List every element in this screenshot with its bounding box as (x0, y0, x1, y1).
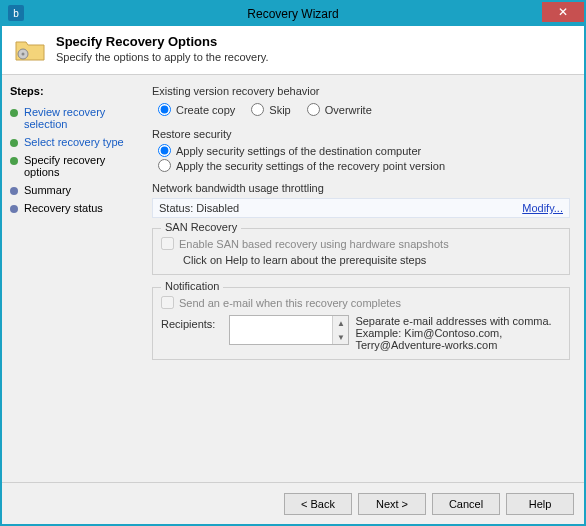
step-summary: Summary (10, 181, 136, 199)
radio-overwrite[interactable]: Overwrite (307, 103, 372, 116)
steps-title: Steps: (10, 85, 136, 97)
radio-security-destination-input[interactable] (158, 144, 171, 157)
throttling-title: Network bandwidth usage throttling (152, 182, 570, 194)
main-panel: Existing version recovery behavior Creat… (144, 75, 584, 482)
restore-security-section: Restore security Apply security settings… (152, 128, 570, 172)
step-bullet-icon (10, 187, 18, 195)
svg-point-1 (22, 53, 25, 56)
step-bullet-icon (10, 109, 18, 117)
san-recovery-group: SAN Recovery Enable SAN based recovery u… (152, 228, 570, 275)
notification-title: Notification (161, 280, 223, 292)
throttling-status: Status: Disabled (159, 202, 239, 214)
recipients-label: Recipients: (161, 315, 223, 330)
body: Steps: Review recovery selection Select … (2, 75, 584, 482)
radio-create-copy[interactable]: Create copy (158, 103, 235, 116)
recipients-scroll: ▲ ▼ (332, 316, 348, 344)
cancel-button[interactable]: Cancel (432, 493, 500, 515)
recipients-hint: Separate e-mail addresses with comma. Ex… (355, 315, 561, 351)
titlebar: b Recovery Wizard ✕ (2, 2, 584, 26)
recipients-row: Recipients: ▲ ▼ Separate e-mail addresse… (161, 315, 561, 351)
modify-throttling-link[interactable]: Modify... (522, 202, 563, 214)
throttling-status-row: Status: Disabled Modify... (152, 198, 570, 218)
step-specify-recovery-options: Specify recovery options (10, 151, 136, 181)
notification-group: Notification Send an e-mail when this re… (152, 287, 570, 360)
version-behavior-title: Existing version recovery behavior (152, 85, 570, 97)
close-button[interactable]: ✕ (542, 2, 584, 22)
header: Specify Recovery Options Specify the opt… (2, 26, 584, 75)
radio-security-recovery-point[interactable]: Apply the security settings of the recov… (158, 159, 564, 172)
recipients-input[interactable]: ▲ ▼ (229, 315, 349, 345)
radio-security-recovery-point-input[interactable] (158, 159, 171, 172)
app-icon: b (8, 5, 24, 21)
send-email-checkbox: Send an e-mail when this recovery comple… (161, 294, 561, 311)
folder-gear-icon (14, 34, 46, 64)
next-button[interactable]: Next > (358, 493, 426, 515)
version-behavior-section: Existing version recovery behavior Creat… (152, 85, 570, 118)
page-subtitle: Specify the options to apply to the reco… (56, 51, 269, 63)
throttling-section: Network bandwidth usage throttling Statu… (152, 182, 570, 218)
window-title: Recovery Wizard (247, 7, 338, 21)
san-hint: Click on Help to learn about the prerequ… (161, 254, 561, 266)
step-bullet-icon (10, 157, 18, 165)
scroll-up-icon[interactable]: ▲ (333, 316, 348, 330)
radio-skip-input[interactable] (251, 103, 264, 116)
help-button[interactable]: Help (506, 493, 574, 515)
restore-security-title: Restore security (152, 128, 570, 140)
close-icon: ✕ (558, 5, 568, 19)
step-bullet-icon (10, 139, 18, 147)
radio-overwrite-input[interactable] (307, 103, 320, 116)
back-button[interactable]: < Back (284, 493, 352, 515)
san-enable-checkbox: Enable SAN based recovery using hardware… (161, 235, 561, 252)
send-email-checkbox-input (161, 296, 174, 309)
radio-create-copy-input[interactable] (158, 103, 171, 116)
step-select-recovery-type[interactable]: Select recovery type (10, 133, 136, 151)
radio-security-destination[interactable]: Apply security settings of the destinati… (158, 144, 564, 157)
radio-skip[interactable]: Skip (251, 103, 290, 116)
footer: < Back Next > Cancel Help (2, 482, 584, 524)
step-recovery-status: Recovery status (10, 199, 136, 217)
steps-sidebar: Steps: Review recovery selection Select … (2, 75, 144, 482)
page-title: Specify Recovery Options (56, 34, 269, 49)
san-recovery-title: SAN Recovery (161, 221, 241, 233)
scroll-down-icon[interactable]: ▼ (333, 330, 348, 344)
step-review-recovery-selection[interactable]: Review recovery selection (10, 103, 136, 133)
step-bullet-icon (10, 205, 18, 213)
wizard-window: b Recovery Wizard ✕ Specify Recovery Opt… (0, 0, 586, 526)
san-enable-checkbox-input (161, 237, 174, 250)
